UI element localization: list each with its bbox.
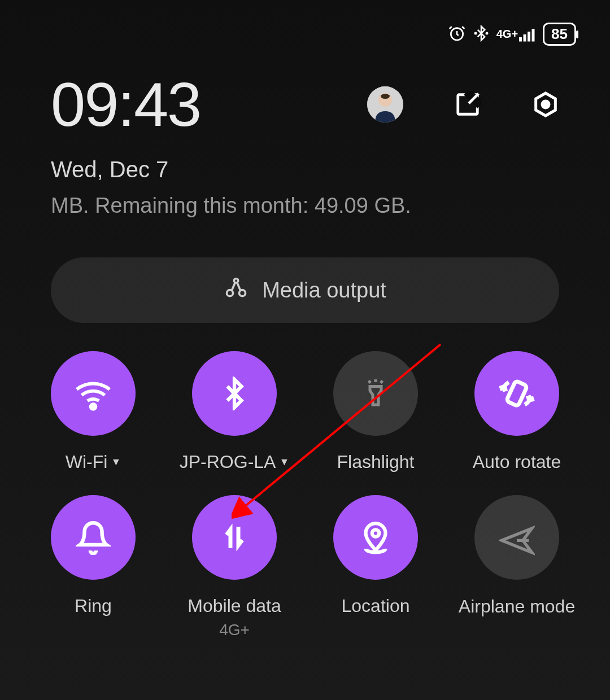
toggle-auto-rotate-label: Auto rotate [473,452,561,473]
alarm-icon [448,24,466,45]
svg-rect-4 [524,34,526,42]
settings-button[interactable] [532,91,559,118]
toggle-mobile-data-label: Mobile data [188,596,281,616]
bluetooth-status-icon [473,25,490,44]
svg-point-1 [474,32,476,34]
bluetooth-icon [192,351,277,436]
toggle-ring-label: Ring [75,596,112,616]
quick-toggle-grid: Wi-Fi ▼ JP-ROG-LA ▼ Flashlight [0,323,610,639]
status-bar: 4G+ 85 [0,0,610,46]
data-usage-label: MB. Remaining this month: 49.09 GB. [0,182,610,218]
date-label: Wed, Dec 7 [0,140,610,182]
rotate-icon [474,351,559,436]
location-icon [333,495,418,580]
svg-point-11 [234,278,238,282]
media-output-button[interactable]: Media output [51,257,559,323]
toggle-airplane-mode-label: Airplane mode [459,596,575,617]
user-avatar[interactable] [367,86,403,123]
toggle-bluetooth-label: JP-ROG-LA [180,452,276,473]
media-output-label: Media output [262,278,386,303]
toggle-flashlight[interactable]: Flashlight [305,351,446,473]
media-output-icon [224,275,249,305]
toggle-mobile-data-sublabel: 4G+ [219,621,250,639]
svg-point-2 [486,32,487,34]
toggle-wifi-label: Wi-Fi [66,452,108,473]
toggle-wifi[interactable]: Wi-Fi ▼ [23,351,164,473]
toggle-location-label: Location [342,596,410,616]
svg-point-14 [91,404,96,409]
svg-rect-5 [528,32,530,42]
toggle-ring[interactable]: Ring [23,495,164,639]
toggle-bluetooth[interactable]: JP-ROG-LA ▼ [164,351,305,473]
svg-point-13 [239,290,246,296]
svg-point-12 [227,290,233,296]
svg-point-16 [372,530,380,537]
clock-time: 09:43 [51,68,367,140]
chevron-down-icon: ▼ [279,456,289,468]
network-status-4g: 4G+ [496,27,536,42]
toggle-mobile-data[interactable]: Mobile data 4G+ [164,495,305,639]
battery-indicator: 85 [543,23,576,46]
svg-rect-15 [506,380,527,406]
airplane-icon [474,495,559,580]
bell-icon [51,495,136,580]
toggle-airplane-mode[interactable]: Airplane mode [446,495,587,639]
svg-rect-3 [519,37,522,42]
chevron-down-icon: ▼ [111,456,121,468]
svg-point-10 [542,101,549,108]
data-icon [192,495,277,580]
svg-rect-6 [532,29,535,42]
flashlight-icon [333,351,418,436]
edit-button[interactable] [454,91,481,118]
toggle-flashlight-label: Flashlight [337,452,415,473]
wifi-icon [51,351,136,436]
toggle-auto-rotate[interactable]: Auto rotate [446,351,587,473]
toggle-location[interactable]: Location [305,495,446,639]
